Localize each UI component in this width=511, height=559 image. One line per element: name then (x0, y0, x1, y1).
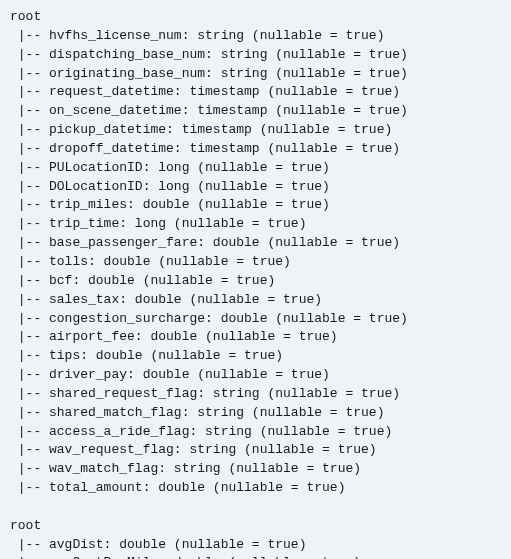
schema-field: |-- on_scene_datetime: timestamp (nullab… (10, 102, 501, 121)
root-label: root (10, 8, 501, 27)
field-text: driver_pay: double (nullable = true) (49, 367, 330, 382)
field-text: shared_request_flag: string (nullable = … (49, 386, 400, 401)
schema-field: |-- originating_base_num: string (nullab… (10, 65, 501, 84)
schema-field: |-- trip_miles: double (nullable = true) (10, 196, 501, 215)
tree-branch-icon: |-- (10, 235, 49, 250)
tree-branch-icon: |-- (10, 367, 49, 382)
field-text: avgDist: double (nullable = true) (49, 537, 306, 552)
schema-field: |-- access_a_ride_flag: string (nullable… (10, 423, 501, 442)
tree-branch-icon: |-- (10, 273, 49, 288)
tree-branch-icon: |-- (10, 329, 49, 344)
tree-branch-icon: |-- (10, 537, 49, 552)
schema-field: |-- pickup_datetime: timestamp (nullable… (10, 121, 501, 140)
field-text: airport_fee: double (nullable = true) (49, 329, 338, 344)
field-text: originating_base_num: string (nullable =… (49, 66, 408, 81)
schema-field: |-- dispatching_base_num: string (nullab… (10, 46, 501, 65)
tree-branch-icon: |-- (10, 179, 49, 194)
field-text: shared_match_flag: string (nullable = tr… (49, 405, 384, 420)
schema-field: |-- sales_tax: double (nullable = true) (10, 291, 501, 310)
schema-field: |-- PULocationID: long (nullable = true) (10, 159, 501, 178)
field-text: dispatching_base_num: string (nullable =… (49, 47, 408, 62)
tree-branch-icon: |-- (10, 555, 49, 559)
schema-field: |-- total_amount: double (nullable = tru… (10, 479, 501, 498)
tree-branch-icon: |-- (10, 103, 49, 118)
tree-branch-icon: |-- (10, 424, 49, 439)
schema-field: |-- wav_match_flag: string (nullable = t… (10, 460, 501, 479)
schema-field: |-- airport_fee: double (nullable = true… (10, 328, 501, 347)
tree-branch-icon: |-- (10, 292, 49, 307)
schema-field: |-- dropoff_datetime: timestamp (nullabl… (10, 140, 501, 159)
schema-field: |-- shared_request_flag: string (nullabl… (10, 385, 501, 404)
schema-field: |-- tips: double (nullable = true) (10, 347, 501, 366)
field-text: wav_request_flag: string (nullable = tru… (49, 442, 377, 457)
schema-output: root |-- hvfhs_license_num: string (null… (10, 8, 501, 559)
tree-branch-icon: |-- (10, 197, 49, 212)
field-text: tips: double (nullable = true) (49, 348, 283, 363)
tree-branch-icon: |-- (10, 386, 49, 401)
tree-branch-icon: |-- (10, 141, 49, 156)
field-text: base_passenger_fare: double (nullable = … (49, 235, 400, 250)
tree-branch-icon: |-- (10, 66, 49, 81)
schema-field: |-- avgDist: double (nullable = true) (10, 536, 501, 555)
field-text: trip_miles: double (nullable = true) (49, 197, 330, 212)
field-text: hvfhs_license_num: string (nullable = tr… (49, 28, 384, 43)
field-text: wav_match_flag: string (nullable = true) (49, 461, 361, 476)
tree-branch-icon: |-- (10, 254, 49, 269)
field-text: request_datetime: timestamp (nullable = … (49, 84, 400, 99)
blank-line (10, 498, 501, 517)
field-text: sales_tax: double (nullable = true) (49, 292, 322, 307)
schema-field: |-- bcf: double (nullable = true) (10, 272, 501, 291)
tree-branch-icon: |-- (10, 348, 49, 363)
schema-field: |-- wav_request_flag: string (nullable =… (10, 441, 501, 460)
field-text: bcf: double (nullable = true) (49, 273, 275, 288)
field-text: congestion_surcharge: double (nullable =… (49, 311, 408, 326)
field-text: trip_time: long (nullable = true) (49, 216, 306, 231)
schema-field: |-- tolls: double (nullable = true) (10, 253, 501, 272)
schema-field: |-- shared_match_flag: string (nullable … (10, 404, 501, 423)
tree-branch-icon: |-- (10, 461, 49, 476)
schema-field: |-- request_datetime: timestamp (nullabl… (10, 83, 501, 102)
tree-branch-icon: |-- (10, 405, 49, 420)
schema-field: |-- congestion_surcharge: double (nullab… (10, 310, 501, 329)
tree-branch-icon: |-- (10, 442, 49, 457)
tree-branch-icon: |-- (10, 84, 49, 99)
field-text: total_amount: double (nullable = true) (49, 480, 345, 495)
root-label: root (10, 517, 501, 536)
field-text: pickup_datetime: timestamp (nullable = t… (49, 122, 392, 137)
tree-branch-icon: |-- (10, 28, 49, 43)
schema-field: |-- hvfhs_license_num: string (nullable … (10, 27, 501, 46)
schema-field: |-- avgCostPerMile: double (nullable = t… (10, 554, 501, 559)
schema-field: |-- base_passenger_fare: double (nullabl… (10, 234, 501, 253)
tree-branch-icon: |-- (10, 160, 49, 175)
tree-branch-icon: |-- (10, 122, 49, 137)
schema-field: |-- trip_time: long (nullable = true) (10, 215, 501, 234)
field-text: tolls: double (nullable = true) (49, 254, 291, 269)
field-text: on_scene_datetime: timestamp (nullable =… (49, 103, 408, 118)
field-text: avgCostPerMile: double (nullable = true) (49, 555, 361, 559)
field-text: PULocationID: long (nullable = true) (49, 160, 330, 175)
schema-field: |-- DOLocationID: long (nullable = true) (10, 178, 501, 197)
field-text: dropoff_datetime: timestamp (nullable = … (49, 141, 400, 156)
tree-branch-icon: |-- (10, 480, 49, 495)
field-text: DOLocationID: long (nullable = true) (49, 179, 330, 194)
tree-branch-icon: |-- (10, 47, 49, 62)
tree-branch-icon: |-- (10, 311, 49, 326)
schema-field: |-- driver_pay: double (nullable = true) (10, 366, 501, 385)
field-text: access_a_ride_flag: string (nullable = t… (49, 424, 392, 439)
tree-branch-icon: |-- (10, 216, 49, 231)
